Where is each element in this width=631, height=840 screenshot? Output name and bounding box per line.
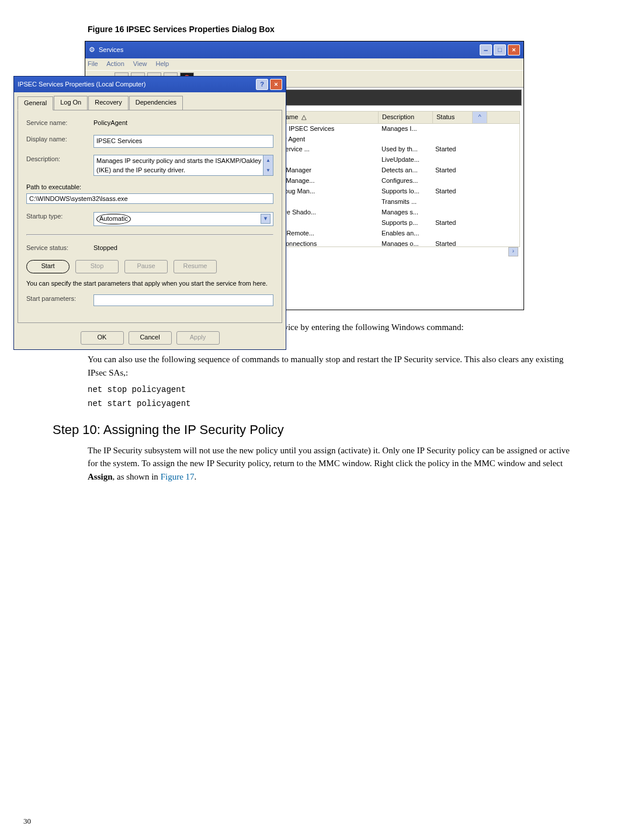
- path-label: Path to executable:: [26, 183, 273, 192]
- startup-value: Automatic: [96, 214, 131, 224]
- menu-view[interactable]: View: [133, 60, 147, 67]
- service-name-label: Service name:: [26, 119, 93, 128]
- row-name: IPSEC Services: [289, 125, 334, 132]
- tab-dependencies[interactable]: Dependencies: [129, 96, 183, 110]
- figure-link[interactable]: Figure 17: [161, 472, 195, 481]
- hint-text: You can specify the start parameters tha…: [26, 279, 273, 289]
- maximize-icon[interactable]: □: [494, 44, 506, 55]
- window-title: Services: [99, 46, 123, 55]
- apply-button: Apply: [176, 331, 220, 345]
- display-name-input[interactable]: IPSEC Services: [93, 135, 273, 148]
- start-params-input: [93, 294, 273, 306]
- description-input[interactable]: Manages IP security policy and starts th…: [93, 155, 273, 176]
- status-label: Service status:: [26, 244, 93, 253]
- minimize-icon[interactable]: ‒: [480, 44, 492, 55]
- code2: net stop policyagent: [88, 384, 578, 395]
- col-status[interactable]: Status: [433, 112, 473, 123]
- close-icon[interactable]: ×: [508, 44, 520, 55]
- service-name-value: PolicyAgent: [93, 119, 127, 128]
- resume-button: Resume: [174, 260, 217, 273]
- scroll-right-icon[interactable]: ›: [508, 247, 518, 256]
- stop-button: Stop: [75, 260, 119, 273]
- tab-logon[interactable]: Log On: [54, 96, 88, 110]
- pause-button: Pause: [124, 260, 168, 273]
- tab-general[interactable]: General: [18, 96, 53, 110]
- properties-dialog: IPSEC Services Properties (Local Compute…: [13, 76, 286, 350]
- para2: You can also use the following sequence …: [88, 353, 578, 379]
- cancel-button[interactable]: Cancel: [129, 331, 172, 345]
- gear-icon: ⚙: [89, 45, 95, 55]
- menu-help[interactable]: Help: [156, 60, 169, 67]
- dropdown-icon[interactable]: ▼: [261, 214, 271, 224]
- startup-select[interactable]: Automatic ▼: [93, 212, 273, 226]
- path-input[interactable]: [26, 193, 273, 204]
- tabs: General Log On Recovery Dependencies: [14, 92, 286, 110]
- description-text: Manages IP security policy and starts th…: [96, 157, 261, 173]
- para3: The IP Security subsystem will not use t…: [88, 444, 578, 484]
- col-desc[interactable]: Description: [379, 112, 433, 123]
- start-params-label: Start parameters:: [26, 294, 93, 304]
- row-desc: Manages I...: [378, 124, 432, 134]
- ok-button[interactable]: OK: [81, 331, 124, 345]
- scroll-up-icon[interactable]: ^: [473, 112, 487, 123]
- start-button[interactable]: Start: [26, 260, 70, 273]
- status-value: Stopped: [93, 244, 117, 253]
- figure-caption: Figure 16 IPSEC Services Properties Dial…: [88, 23, 578, 35]
- menu-action[interactable]: Action: [106, 60, 124, 67]
- menubar: File Action View Help: [85, 58, 523, 70]
- step-heading: Step 10: Assigning the IP Security Polic…: [53, 421, 578, 439]
- code3: net start policyagent: [88, 398, 578, 409]
- close-icon[interactable]: ×: [270, 79, 282, 90]
- dialog-title: IPSEC Services Properties (Local Compute…: [18, 80, 145, 89]
- display-name-label: Display name:: [26, 135, 93, 144]
- startup-label: Startup type:: [26, 212, 93, 221]
- spin-up-icon[interactable]: ▲: [264, 155, 273, 165]
- help-icon[interactable]: ?: [256, 79, 268, 90]
- titlebar: ⚙ Services ‒ □ ×: [85, 41, 523, 58]
- description-label: Description:: [26, 155, 93, 164]
- tab-recovery[interactable]: Recovery: [88, 96, 128, 110]
- service-list[interactable]: ⚙ IPSEC ServicesManages I... er Agent Se…: [277, 124, 520, 247]
- menu-file[interactable]: File: [88, 60, 98, 67]
- list-header: Name △ Description Status ^: [277, 111, 520, 124]
- assign-bold: Assign: [88, 472, 113, 481]
- spin-down-icon[interactable]: ▼: [264, 165, 273, 175]
